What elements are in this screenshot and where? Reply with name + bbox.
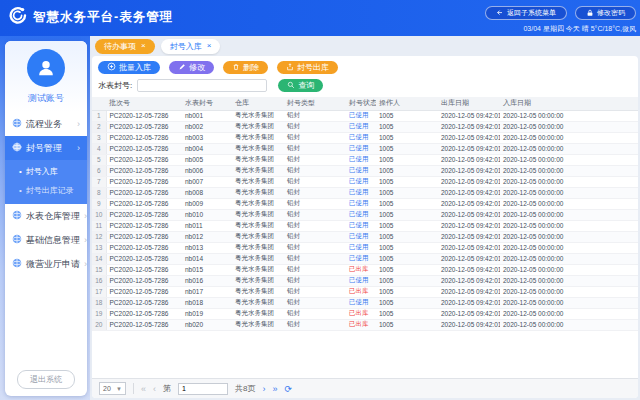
back-arrow-icon bbox=[496, 9, 504, 18]
sidebar-item-seal-storage[interactable]: • 封号入库 bbox=[5, 162, 87, 181]
table-row[interactable]: 2PC2020-12-05-7286nb002粤光水务集团铅封已使用100520… bbox=[92, 121, 638, 132]
status-cell[interactable]: 已使用 bbox=[346, 275, 376, 286]
table-row[interactable]: 6PC2020-12-05-7286nb006粤光水务集团铅封已使用100520… bbox=[92, 165, 638, 176]
menu-icon bbox=[12, 258, 22, 270]
status-cell[interactable]: 已出库 bbox=[346, 264, 376, 275]
table-row[interactable]: 13PC2020-12-05-7286nb013粤光水务集团铅封已使用10052… bbox=[92, 242, 638, 253]
table-row[interactable]: 20PC2020-12-05-7286nb020粤光水务集团铅封已出库10052… bbox=[92, 319, 638, 330]
table-cell: 粤光水务集团 bbox=[232, 319, 284, 330]
table-cell: nb015 bbox=[182, 264, 232, 275]
sidebar-group-seal-management: 封号管理 › • 封号入库 • 封号出库记录 bbox=[5, 136, 87, 204]
status-cell[interactable]: 已使用 bbox=[346, 231, 376, 242]
table-row[interactable]: 16PC2020-12-05-7286nb016粤光水务集团铅封已使用10052… bbox=[92, 275, 638, 286]
table-row[interactable]: 17PC2020-12-05-7286nb017粤光水务集团铅封已出库10052… bbox=[92, 286, 638, 297]
table-cell: 2020-12-05 09:42:01 bbox=[438, 319, 500, 330]
tab-todo[interactable]: 待办事项 × bbox=[95, 39, 155, 54]
menu-icon bbox=[12, 142, 22, 154]
status-cell[interactable]: 已使用 bbox=[346, 143, 376, 154]
status-cell[interactable]: 已使用 bbox=[346, 110, 376, 121]
table-row[interactable]: 10PC2020-12-05-7286nb010粤光水务集团铅封已使用10052… bbox=[92, 209, 638, 220]
table-cell: 铅封 bbox=[284, 286, 346, 297]
sidebar-item-micro-hall[interactable]: 微营业厅申请 › bbox=[5, 252, 87, 276]
seal-number-input[interactable] bbox=[137, 79, 267, 92]
table-row[interactable]: 7PC2020-12-05-7286nb007粤光水务集团铅封已使用100520… bbox=[92, 176, 638, 187]
table-row[interactable]: 1PC2020-12-05-7286nb001粤光水务集团铅封已使用100520… bbox=[92, 110, 638, 121]
close-icon[interactable]: × bbox=[141, 42, 146, 50]
status-cell[interactable]: 已使用 bbox=[346, 242, 376, 253]
table-cell bbox=[572, 220, 638, 231]
table-row[interactable]: 19PC2020-12-05-7286nb019粤光水务集团铅封已出库10052… bbox=[92, 308, 638, 319]
app-header: 智慧水务平台-表务管理 返回子系统菜单 修改密码 03/04 星期四 今天 晴 … bbox=[0, 0, 640, 36]
table-cell: 2020-12-05 09:42:01 bbox=[438, 253, 500, 264]
refresh-icon[interactable]: ⟳ bbox=[284, 384, 292, 394]
table-cell: 粤光水务集团 bbox=[232, 176, 284, 187]
edit-button[interactable]: 修改 bbox=[169, 61, 214, 74]
sidebar-item-basic-info[interactable]: 基础信息管理 › bbox=[5, 228, 87, 252]
table-cell: 2020-12-05 09:42:01 bbox=[438, 165, 500, 176]
change-password-button[interactable]: 修改密码 bbox=[575, 6, 636, 20]
table-cell: PC2020-12-05-7286 bbox=[106, 286, 182, 297]
table-cell: nb003 bbox=[182, 132, 232, 143]
status-cell[interactable]: 已使用 bbox=[346, 121, 376, 132]
status-cell[interactable]: 已使用 bbox=[346, 187, 376, 198]
status-cell[interactable]: 已出库 bbox=[346, 319, 376, 330]
next-page-button[interactable]: › bbox=[262, 384, 265, 394]
table-row[interactable]: 11PC2020-12-05-7286nb011粤光水务集团铅封已使用10052… bbox=[92, 220, 638, 231]
prev-page-button[interactable]: ‹ bbox=[153, 384, 156, 394]
page-number-input[interactable] bbox=[178, 383, 228, 395]
table-row[interactable]: 15PC2020-12-05-7286nb015粤光水务集团铅封已出库10052… bbox=[92, 264, 638, 275]
status-cell[interactable]: 已使用 bbox=[346, 297, 376, 308]
table-cell: 粤光水务集团 bbox=[232, 132, 284, 143]
table-cell: 2020-12-05 00:00:00 bbox=[500, 154, 572, 165]
delete-button[interactable]: 删除 bbox=[223, 61, 268, 74]
first-page-button[interactable]: « bbox=[141, 384, 146, 394]
table-cell: nb019 bbox=[182, 308, 232, 319]
table-cell: 1005 bbox=[376, 121, 438, 132]
sidebar-item-meter-warehouse[interactable]: 水表仓库管理 › bbox=[5, 204, 87, 228]
last-page-button[interactable]: » bbox=[272, 384, 277, 394]
status-cell[interactable]: 已使用 bbox=[346, 176, 376, 187]
table-row[interactable]: 12PC2020-12-05-7286nb012粤光水务集团铅封已使用10052… bbox=[92, 231, 638, 242]
back-to-subsystem-button[interactable]: 返回子系统菜单 bbox=[485, 6, 567, 20]
status-cell[interactable]: 已使用 bbox=[346, 209, 376, 220]
status-cell[interactable]: 已使用 bbox=[346, 253, 376, 264]
table-row[interactable]: 4PC2020-12-05-7286nb004粤光水务集团铅封已使用100520… bbox=[92, 143, 638, 154]
status-cell[interactable]: 已出库 bbox=[346, 286, 376, 297]
table-cell bbox=[572, 110, 638, 121]
seal-outbound-button[interactable]: 封号出库 bbox=[277, 61, 338, 74]
table-row[interactable]: 14PC2020-12-05-7286nb014粤光水务集团铅封已使用10052… bbox=[92, 253, 638, 264]
status-cell[interactable]: 已使用 bbox=[346, 198, 376, 209]
table-cell bbox=[572, 231, 638, 242]
logout-button[interactable]: 退出系统 bbox=[17, 370, 75, 389]
table-row[interactable]: 3PC2020-12-05-7286nb003粤光水务集团铅封已使用100520… bbox=[92, 132, 638, 143]
sidebar-item-seal-outbound-records[interactable]: • 封号出库记录 bbox=[5, 181, 87, 200]
search-button[interactable]: 查询 bbox=[278, 79, 323, 92]
table-row[interactable]: 5PC2020-12-05-7286nb005粤光水务集团铅封已使用100520… bbox=[92, 154, 638, 165]
table-cell: nb020 bbox=[182, 319, 232, 330]
sidebar-item-seal-management[interactable]: 封号管理 › bbox=[5, 136, 87, 160]
page-size-select[interactable]: 20 ▼ bbox=[99, 382, 126, 395]
close-icon[interactable]: × bbox=[207, 42, 212, 50]
weather-info: 03/04 星期四 今天 晴 5°C/18°C,微风 bbox=[485, 24, 636, 34]
table-cell: 粤光水务集团 bbox=[232, 220, 284, 231]
status-cell[interactable]: 已出库 bbox=[346, 308, 376, 319]
batch-storage-button[interactable]: 批量入库 bbox=[98, 61, 160, 74]
table-cell: 铅封 bbox=[284, 275, 346, 286]
table-cell: PC2020-12-05-7286 bbox=[106, 319, 182, 330]
sidebar-item-process-business[interactable]: 流程业务 › bbox=[5, 112, 87, 136]
table-cell bbox=[572, 242, 638, 253]
table-cell: 1005 bbox=[376, 275, 438, 286]
status-cell[interactable]: 已使用 bbox=[346, 165, 376, 176]
sidebar: 测试账号 流程业务 › 封号管理 › • bbox=[0, 36, 90, 400]
username: 测试账号 bbox=[5, 92, 87, 105]
table-row[interactable]: 18PC2020-12-05-7286nb018粤光水务集团铅封已使用10052… bbox=[92, 297, 638, 308]
status-cell[interactable]: 已使用 bbox=[346, 132, 376, 143]
tab-seal-storage[interactable]: 封号入库 × bbox=[161, 39, 221, 54]
table-cell: PC2020-12-05-7286 bbox=[106, 154, 182, 165]
column-header: 仓库 bbox=[232, 97, 284, 110]
table-row[interactable]: 9PC2020-12-05-7286nb009粤光水务集团铅封已使用100520… bbox=[92, 198, 638, 209]
table-row[interactable]: 8PC2020-12-05-7286nb008粤光水务集团铅封已使用100520… bbox=[92, 187, 638, 198]
avatar bbox=[27, 49, 65, 87]
status-cell[interactable]: 已使用 bbox=[346, 154, 376, 165]
status-cell[interactable]: 已使用 bbox=[346, 220, 376, 231]
